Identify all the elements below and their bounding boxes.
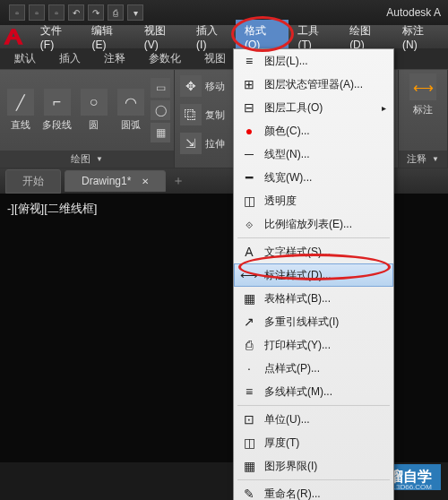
annot-panel-title[interactable]: 注释 ▼ [399,151,447,168]
qat-print-icon[interactable]: ⎙ [108,4,124,21]
format-menu-rename[interactable]: ✎重命名(R)... [234,482,393,500]
format-menu-units[interactable]: ⊡单位(U)... [234,408,393,431]
menu-item-label: 文字样式(S)... [264,245,331,260]
format-menu-limits[interactable]: ▦图形界限(I) [234,454,393,478]
dim-button[interactable]: ⟷ 标注 [404,73,442,116]
menu-item-label: 多线样式(M)... [264,384,332,400]
layertools-icon: ⊟ [241,99,257,116]
pointstyle-icon: ∙ [241,360,257,376]
draw-panel-title[interactable]: 绘图 ▼ [0,151,174,168]
circle-label: 圆 [89,118,99,132]
view-controls[interactable]: -][俯视][二维线框] [7,202,97,215]
ribbon-tab-view[interactable]: 视图 [194,48,237,69]
format-menu-layerstate[interactable]: ⊞图层状态管理器(A)... [234,73,393,96]
menu-item-label: 线宽(W)... [264,170,312,185]
polyline-icon: ⌐ [44,89,71,116]
copy-icon: ⿻ [180,104,202,125]
ribbon-tab-annotate[interactable]: 注释 [93,48,136,69]
format-menu-mlinestyle[interactable]: ≡多线样式(M)... [234,380,393,403]
menu-separator [237,479,390,480]
menu-item-label: 多重引线样式(I) [264,315,339,330]
rename-icon: ✎ [241,486,257,500]
circle-button[interactable]: ○ 圆 [77,89,110,132]
stretch-icon: ⇲ [180,133,202,154]
move-icon: ✥ [180,75,202,97]
format-menu-thickness[interactable]: ◫厚度(T) [234,431,393,454]
hatch-icon[interactable]: ▦ [151,123,170,142]
chevron-down-icon: ▼ [432,155,439,163]
circle-icon: ○ [81,89,108,116]
menu-dim[interactable]: 标注(N) [393,20,446,55]
plotstyle-icon: ⎙ [241,337,257,353]
menu-item-label: 比例缩放列表(E)... [264,217,352,232]
arc-icon: ◠ [117,89,144,116]
qat-redo-icon[interactable]: ↷ [88,4,104,21]
format-menu-layertools[interactable]: ⊟图层工具(O)▸ [234,96,393,119]
menu-separator [237,237,390,238]
menu-separator [237,405,390,406]
submenu-arrow-icon: ▸ [382,103,386,113]
format-menu-layers[interactable]: ≡图层(L)... [234,49,393,73]
move-button[interactable]: ✥ 移动 [178,73,227,99]
format-menu-color[interactable]: ●颜色(C)... [234,119,393,142]
format-menu-plotstyle[interactable]: ⎙打印样式(Y)... [234,333,393,357]
thickness-icon: ◫ [241,435,257,451]
ellipse-icon[interactable]: ◯ [151,100,170,120]
doctab-drawing1[interactable]: Drawing1* ✕ [65,170,166,192]
polyline-button[interactable]: ⌐ 多段线 [40,89,73,132]
ribbon-tab-insert[interactable]: 插入 [48,48,91,69]
format-dropdown: ≡图层(L)...⊞图层状态管理器(A)...⊟图层工具(O)▸●颜色(C)..… [233,48,394,500]
add-tab-button[interactable]: ＋ [169,172,187,190]
format-menu-scalelist[interactable]: ⟐比例缩放列表(E)... [234,212,393,236]
close-icon[interactable]: ✕ [142,177,149,186]
line-button[interactable]: ╱ 直线 [4,89,37,132]
menu-item-label: 打印样式(Y)... [264,338,331,353]
qat-more-icon[interactable]: ▾ [127,4,143,21]
polyline-label: 多段线 [42,118,72,132]
format-menu-mleaderstyle[interactable]: ↗多重引线样式(I) [234,310,393,333]
menu-item-label: 表格样式(B)... [264,291,331,306]
ribbon-tab-param[interactable]: 参数化 [138,48,192,69]
tablestyle-icon: ▦ [241,290,257,306]
menu-item-label: 标注样式(D)... [264,268,332,283]
line-icon: ╱ [7,89,34,116]
trans-icon: ◫ [241,193,257,209]
copy-button[interactable]: ⿻ 复制 [178,102,227,127]
ribbon-tab-default[interactable]: 默认 [4,48,47,69]
qat-undo-icon[interactable]: ↶ [68,4,84,21]
chevron-down-icon: ▼ [96,155,103,163]
menu-item-label: 重命名(R)... [264,487,321,501]
qat-new-icon[interactable]: ▫ [9,4,25,21]
app-logo-icon[interactable] [2,26,26,47]
arc-button[interactable]: ◠ 圆弧 [114,89,147,132]
rect-icon[interactable]: ▭ [151,78,170,98]
doctab-start[interactable]: 开始 [5,169,61,194]
format-menu-trans[interactable]: ◫透明度 [234,189,393,212]
textstyle-icon: A [241,244,257,260]
dim-icon: ⟷ [409,73,436,100]
app-title: Autodesk A [386,6,441,19]
line-label: 直线 [11,118,30,132]
menu-item-label: 透明度 [264,194,297,209]
arc-label: 圆弧 [121,118,141,132]
limits-icon: ▦ [241,458,257,474]
menu-item-label: 图层(L)... [264,54,308,69]
scalelist-icon: ⟐ [241,216,257,232]
qat-open-icon[interactable]: ▫ [29,4,45,21]
stretch-button[interactable]: ⇲ 拉伸 [178,131,227,156]
format-menu-pointstyle[interactable]: ∙点样式(P)... [234,357,393,380]
layers-icon: ≡ [241,53,257,69]
menu-item-label: 图形界限(I) [264,459,317,474]
format-menu-linetype[interactable]: ─线型(N)... [234,142,393,166]
format-menu-lineweight[interactable]: ━线宽(W)... [234,166,393,189]
qat-save-icon[interactable]: ▫ [48,4,65,21]
dimstyle-icon: ⟷ [241,267,257,283]
units-icon: ⊡ [241,411,257,427]
menu-item-label: 线型(N)... [264,147,310,162]
menu-item-label: 厚度(T) [264,435,299,451]
format-menu-textstyle[interactable]: A文字样式(S)... [234,240,393,263]
format-menu-tablestyle[interactable]: ▦表格样式(B)... [234,287,393,310]
format-menu-dimstyle[interactable]: ⟷标注样式(D)... [234,263,393,287]
mlinestyle-icon: ≡ [241,384,257,400]
mleaderstyle-icon: ↗ [241,314,257,330]
